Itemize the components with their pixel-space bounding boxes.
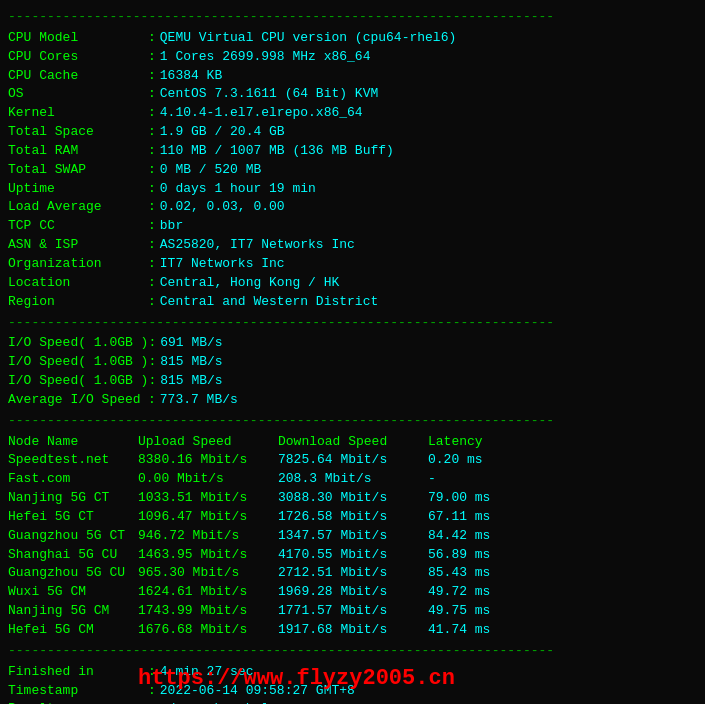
- location-value: Central, Hong Kong / HK: [160, 274, 339, 293]
- divider-top: ----------------------------------------…: [8, 8, 697, 27]
- total-space-row: Total Space : 1.9 GB / 20.4 GB: [8, 123, 697, 142]
- net-col-latency-header: Latency: [428, 433, 508, 452]
- net-data-row: Shanghai 5G CU 1463.95 Mbit/s 4170.55 Mb…: [8, 546, 697, 565]
- total-ram-value: 110 MB / 1007 MB (136 MB Buff): [160, 142, 394, 161]
- total-swap-label: Total SWAP: [8, 161, 148, 180]
- net-download-3: 1726.58 Mbit/s: [278, 508, 428, 527]
- cpu-cores-row: CPU Cores : 1 Cores 2699.998 MHz x86_64: [8, 48, 697, 67]
- net-node-6: Guangzhou 5G CU: [8, 564, 138, 583]
- net-node-7: Wuxi 5G CM: [8, 583, 138, 602]
- total-space-label: Total Space: [8, 123, 148, 142]
- colon: :: [148, 142, 156, 161]
- os-value: CentOS 7.3.1611 (64 Bit) KVM: [160, 85, 378, 104]
- colon: :: [148, 255, 156, 274]
- net-latency-3: 67.11 ms: [428, 508, 508, 527]
- total-space-value: 1.9 GB / 20.4 GB: [160, 123, 285, 142]
- colon: :: [148, 236, 156, 255]
- net-download-9: 1917.68 Mbit/s: [278, 621, 428, 640]
- net-download-6: 2712.51 Mbit/s: [278, 564, 428, 583]
- results-row: Results : ./superbench.log: [8, 700, 697, 704]
- net-latency-8: 49.75 ms: [428, 602, 508, 621]
- net-latency-9: 41.74 ms: [428, 621, 508, 640]
- colon: :: [148, 372, 156, 391]
- tcp-cc-value: bbr: [160, 217, 183, 236]
- cpu-cores-label: CPU Cores: [8, 48, 148, 67]
- colon: :: [148, 334, 156, 353]
- avg-io-row: Average I/O Speed : 773.7 MB/s: [8, 391, 697, 410]
- net-latency-1: -: [428, 470, 508, 489]
- net-node-2: Nanjing 5G CT: [8, 489, 138, 508]
- io1-label: I/O Speed( 1.0GB ): [8, 334, 148, 353]
- sysinfo-section: CPU Model : QEMU Virtual CPU version (cp…: [8, 29, 697, 312]
- io1-value: 691 MB/s: [160, 334, 222, 353]
- uptime-row: Uptime : 0 days 1 hour 19 min: [8, 180, 697, 199]
- finished-label: Finished in: [8, 663, 148, 682]
- colon: :: [148, 274, 156, 293]
- location-row: Location : Central, Hong Kong / HK: [8, 274, 697, 293]
- org-label: Organization: [8, 255, 148, 274]
- os-label: OS: [8, 85, 148, 104]
- net-download-8: 1771.57 Mbit/s: [278, 602, 428, 621]
- divider-net: ----------------------------------------…: [8, 412, 697, 431]
- net-data-row: Hefei 5G CT 1096.47 Mbit/s 1726.58 Mbit/…: [8, 508, 697, 527]
- io2-value: 815 MB/s: [160, 353, 222, 372]
- net-latency-4: 84.42 ms: [428, 527, 508, 546]
- colon: :: [148, 180, 156, 199]
- kernel-row: Kernel : 4.10.4-1.el7.elrepo.x86_64: [8, 104, 697, 123]
- total-swap-value: 0 MB / 520 MB: [160, 161, 261, 180]
- net-data-row: Guangzhou 5G CT 946.72 Mbit/s 1347.57 Mb…: [8, 527, 697, 546]
- net-data-row: Wuxi 5G CM 1624.61 Mbit/s 1969.28 Mbit/s…: [8, 583, 697, 602]
- os-row: OS : CentOS 7.3.1611 (64 Bit) KVM: [8, 85, 697, 104]
- results-value: ./superbench.log: [160, 700, 285, 704]
- net-upload-4: 946.72 Mbit/s: [138, 527, 278, 546]
- colon: :: [148, 198, 156, 217]
- net-rows-container: Speedtest.net 8380.16 Mbit/s 7825.64 Mbi…: [8, 451, 697, 639]
- region-label: Region: [8, 293, 148, 312]
- net-data-row: Speedtest.net 8380.16 Mbit/s 7825.64 Mbi…: [8, 451, 697, 470]
- avg-io-label: Average I/O Speed: [8, 391, 148, 410]
- total-ram-row: Total RAM : 110 MB / 1007 MB (136 MB Buf…: [8, 142, 697, 161]
- net-download-1: 208.3 Mbit/s: [278, 470, 428, 489]
- colon: :: [148, 123, 156, 142]
- net-section: Node Name Upload Speed Download Speed La…: [8, 433, 697, 640]
- net-latency-7: 49.72 ms: [428, 583, 508, 602]
- region-row: Region : Central and Western District: [8, 293, 697, 312]
- asn-label: ASN & ISP: [8, 236, 148, 255]
- net-node-1: Fast.com: [8, 470, 138, 489]
- finished-row: Finished in : 4 min 27 sec: [8, 663, 697, 682]
- net-download-0: 7825.64 Mbit/s: [278, 451, 428, 470]
- cpu-model-value: QEMU Virtual CPU version (cpu64-rhel6): [160, 29, 456, 48]
- net-node-3: Hefei 5G CT: [8, 508, 138, 527]
- net-header-row: Node Name Upload Speed Download Speed La…: [8, 433, 697, 452]
- colon: :: [148, 217, 156, 236]
- net-col-node-header: Node Name: [8, 433, 138, 452]
- kernel-label: Kernel: [8, 104, 148, 123]
- colon: :: [148, 104, 156, 123]
- location-label: Location: [8, 274, 148, 293]
- net-data-row: Hefei 5G CM 1676.68 Mbit/s 1917.68 Mbit/…: [8, 621, 697, 640]
- timestamp-value: 2022-06-14 09:58:27 GMT+8: [160, 682, 355, 701]
- net-upload-1: 0.00 Mbit/s: [138, 470, 278, 489]
- timestamp-row: Timestamp : 2022-06-14 09:58:27 GMT+8: [8, 682, 697, 701]
- net-node-4: Guangzhou 5G CT: [8, 527, 138, 546]
- load-avg-row: Load Average : 0.02, 0.03, 0.00: [8, 198, 697, 217]
- cpu-cache-label: CPU Cache: [8, 67, 148, 86]
- net-data-row: Nanjing 5G CT 1033.51 Mbit/s 3088.30 Mbi…: [8, 489, 697, 508]
- io3-row: I/O Speed( 1.0GB ) : 815 MB/s: [8, 372, 697, 391]
- cpu-cache-row: CPU Cache : 16384 KB: [8, 67, 697, 86]
- load-avg-value: 0.02, 0.03, 0.00: [160, 198, 285, 217]
- io3-label: I/O Speed( 1.0GB ): [8, 372, 148, 391]
- asn-value: AS25820, IT7 Networks Inc: [160, 236, 355, 255]
- net-node-5: Shanghai 5G CU: [8, 546, 138, 565]
- io1-row: I/O Speed( 1.0GB ) : 691 MB/s: [8, 334, 697, 353]
- uptime-value: 0 days 1 hour 19 min: [160, 180, 316, 199]
- finished-value: 4 min 27 sec: [160, 663, 254, 682]
- colon: :: [148, 85, 156, 104]
- colon: :: [148, 48, 156, 67]
- io-section: I/O Speed( 1.0GB ) : 691 MB/s I/O Speed(…: [8, 334, 697, 409]
- net-data-row: Fast.com 0.00 Mbit/s 208.3 Mbit/s -: [8, 470, 697, 489]
- results-label: Results: [8, 700, 148, 704]
- net-latency-0: 0.20 ms: [428, 451, 508, 470]
- org-value: IT7 Networks Inc: [160, 255, 285, 274]
- total-ram-label: Total RAM: [8, 142, 148, 161]
